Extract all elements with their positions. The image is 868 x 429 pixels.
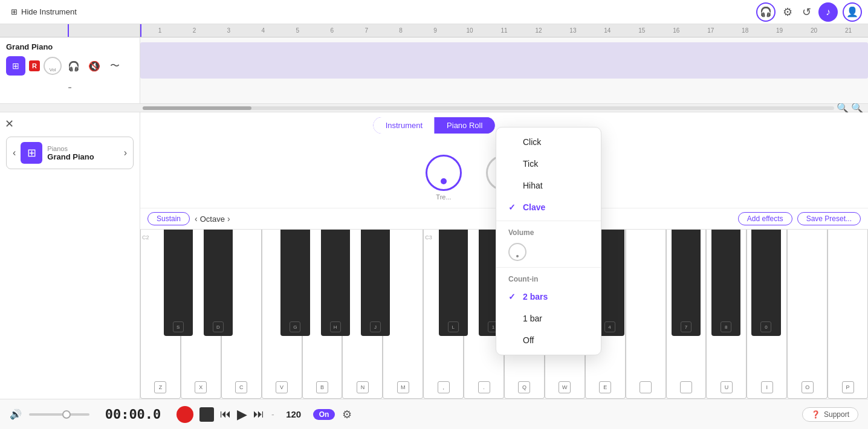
timeline-number: 1 [143,27,177,34]
black-key-gs2[interactable]: H [321,230,350,336]
key-comma: , [438,381,450,393]
volume-mini-knob[interactable] [508,243,526,261]
prev-octave-button[interactable]: ‹ [195,214,198,224]
record-arm-badge[interactable]: R [29,60,40,71]
c3-label: C3 [425,234,432,240]
timeline-number: 15 [624,27,659,34]
horizontal-scrollbar[interactable] [143,106,834,110]
dropdown-menu: Click Tick Hihat ✓ Clave Volume Count-in… [496,127,601,355]
key-empty2 [680,381,692,393]
key-q: Q [518,381,530,393]
menu-divider-2 [496,267,601,268]
key-n: N [357,381,369,393]
instrument-name: Grand Piano [47,152,118,161]
timeline-number: 13 [555,27,590,34]
black-key-cs2[interactable]: S [164,230,193,336]
tick-label: Tick [523,159,538,169]
knob-tremolo: Tre... [426,155,462,201]
instrument-info: Pianos Grand Piano [47,145,118,161]
menu-item-1bar[interactable]: 1 bar [496,308,601,329]
close-button[interactable]: ✕ [5,117,14,131]
prev-instrument-button[interactable]: ‹ [13,147,16,158]
mute-icon[interactable]: 🔇 [86,57,103,74]
key-i: I [761,381,773,393]
white-key-f4[interactable]: P [828,230,868,399]
music-icon[interactable]: ♪ [818,2,838,22]
menu-item-off[interactable]: Off [496,329,601,351]
support-button[interactable]: ❓ Support [802,407,858,422]
on-badge[interactable]: On [313,409,335,420]
black-key-ds4[interactable]: 0 [751,230,780,336]
save-preset-button[interactable]: Save Preset... [797,212,861,225]
black-key-cs3[interactable]: L [439,230,468,336]
key-x: X [195,381,207,393]
key-u: U [721,381,733,393]
track-lane[interactable] [140,37,868,103]
record-button[interactable] [177,406,193,423]
menu-item-2bars[interactable]: ✓ 2 bars [496,286,601,308]
timeline-number: 19 [762,27,797,34]
track-dash: - [6,80,134,94]
timeline-number: 12 [521,27,555,34]
metronome-settings-icon[interactable]: ⚙ [342,408,352,421]
white-key-a3[interactable] [626,230,666,399]
automation-icon[interactable]: 〜 [106,57,123,74]
scrollbar-thumb [143,106,251,110]
volume-thumb [62,410,71,419]
black-key-d2[interactable]: D [204,230,233,336]
menu-item-click[interactable]: Click [496,131,601,153]
separator: - [271,410,274,419]
track-name: Grand Piano [6,42,134,51]
headphones-icon[interactable]: 🎧 [756,2,776,22]
fast-forward-icon[interactable]: ⏭ [253,408,264,421]
track-volume-knob[interactable]: Vol [44,57,62,75]
black-key-cs4[interactable]: 8 [711,230,740,336]
tempo-display: 120 [282,409,306,419]
track-instrument-icon[interactable]: ⊞ [6,56,25,76]
hide-instrument-button[interactable]: ⊞ Hide Instrument [6,5,82,19]
undo-icon[interactable]: ↺ [800,3,814,21]
tab-piano-roll[interactable]: Piano Roll [435,117,494,134]
hihat-label: Hihat [523,181,543,190]
headphones-track-icon[interactable]: 🎧 [65,57,82,74]
sustain-button[interactable]: Sustain [147,212,190,225]
tremolo-knob[interactable] [426,155,462,191]
volume-slider[interactable] [29,413,89,416]
timeline-number: 8 [384,27,418,34]
next-octave-button[interactable]: › [227,214,230,224]
instrument-selector: ‹ ⊞ Pianos Grand Piano › [6,137,134,169]
track-header: Grand Piano ⊞ R Vol 🎧 🔇 〜 - [0,37,140,103]
instrument-category: Pianos [47,145,118,152]
black-key-fs2[interactable]: G [280,230,309,336]
next-instrument-button[interactable]: › [124,147,127,158]
stop-button[interactable] [199,407,214,422]
white-key-e4[interactable]: O [787,230,828,399]
key-7-badge: 7 [681,321,691,332]
key-b: B [316,381,328,393]
octave-label: Octave [200,214,225,224]
play-button[interactable]: ▶ [237,407,247,422]
rewind-icon[interactable]: ⏮ [220,408,231,421]
add-effects-button[interactable]: Add effects [738,212,792,225]
clave-label: Clave [523,202,545,212]
user-icon[interactable]: 👤 [843,2,862,22]
timeline-number: 6 [315,27,349,34]
key-p: P [842,381,854,393]
menu-item-clave[interactable]: ✓ Clave [496,196,601,218]
settings-icon[interactable]: ⚙ [780,3,795,21]
key-s-badge: S [173,321,184,332]
menu-item-tick[interactable]: Tick [496,153,601,175]
black-key-as3[interactable]: 7 [672,230,701,336]
black-key-as2[interactable]: J [361,230,390,336]
key-v: V [276,381,288,393]
knob-dot [516,255,519,257]
key-l-badge: L [448,321,459,332]
key-g-badge: G [290,321,300,332]
timeline-number: 3 [212,27,246,34]
menu-item-hihat[interactable]: Hihat [496,175,601,196]
key-h-badge: H [330,321,341,332]
timeline-number: 7 [349,27,384,34]
left-panel: ✕ ‹ ⊞ Pianos Grand Piano › [0,112,140,399]
tab-instrument[interactable]: Instrument [374,117,435,134]
timeline-number: 2 [177,27,212,34]
